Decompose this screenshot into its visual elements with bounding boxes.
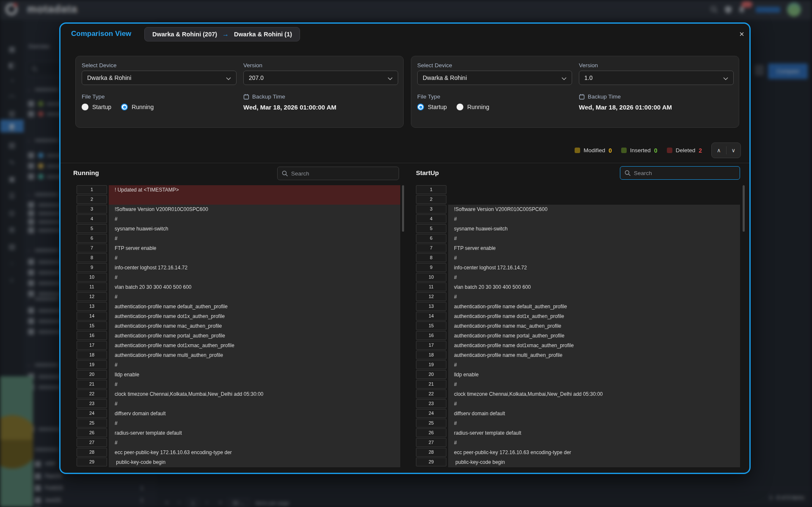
line-number: 19 — [416, 360, 446, 369]
running-radio-label: Running — [132, 104, 154, 110]
line-number: 7 — [77, 244, 107, 252]
line-number: 20 — [416, 370, 446, 379]
diff-line — [109, 195, 400, 205]
diff-line: radius-server template default — [109, 428, 400, 438]
running-radio[interactable] — [457, 104, 463, 110]
diff-line: FTP server enable — [109, 244, 400, 253]
running-diff-lines: ! Updated at <TIMESTAMP>!Software Versio… — [109, 185, 400, 467]
line-number: 3 — [416, 205, 446, 214]
diff-line: # — [109, 253, 400, 263]
line-number: 25 — [416, 419, 446, 428]
diff-line: # — [448, 438, 740, 448]
diff-line: clock timezone Chennai,Kolkata,Mumbai,Ne… — [109, 389, 400, 399]
line-number: 2 — [416, 195, 446, 204]
diff-line: authentication-profile name dot1xmac_aut… — [448, 341, 740, 351]
device-label: Select Device — [82, 62, 117, 69]
diff-line: public-key-code begin — [448, 458, 740, 467]
line-number: 28 — [416, 448, 446, 457]
diff-line: vlan batch 20 30 300 400 500 600 — [448, 282, 740, 292]
legend-modified: Modified 0 — [575, 147, 612, 154]
diff-line: authentication-profile name portal_authe… — [109, 331, 400, 341]
device-select[interactable]: Dwarka & Rohini — [417, 71, 572, 85]
line-number: 29 — [77, 458, 107, 466]
line-number: 28 — [77, 448, 107, 457]
line-number: 27 — [77, 438, 107, 447]
line-number: 4 — [77, 214, 107, 223]
diff-line: sysname huawei-switch — [109, 224, 400, 234]
modified-count: 0 — [608, 147, 612, 154]
line-number: 17 — [77, 341, 107, 350]
legend-deleted: Deleted 2 — [667, 147, 702, 154]
file-type-label: File Type — [82, 93, 105, 100]
line-number: 23 — [416, 399, 446, 408]
device-select[interactable]: Dwarka & Rohini — [82, 71, 237, 85]
line-number: 8 — [77, 253, 107, 262]
line-number: 16 — [416, 331, 446, 340]
line-number: 12 — [416, 292, 446, 301]
startup-search-input[interactable] — [634, 170, 735, 176]
diff-line: # — [448, 273, 740, 282]
line-number: 18 — [77, 351, 107, 359]
line-number: 27 — [416, 438, 446, 447]
line-number: 15 — [77, 321, 107, 330]
breadcrumb: Dwarka & Rohini (207) → Dwarka & Rohini … — [144, 27, 300, 41]
version-select[interactable]: 207.0 — [243, 71, 398, 85]
next-diff-button[interactable]: ∨ — [727, 143, 741, 158]
diff-line: authentication-profile name dot1xmac_aut… — [109, 341, 400, 351]
diff-line: # — [109, 273, 400, 282]
startup-radio[interactable] — [82, 104, 88, 110]
running-search — [277, 167, 399, 180]
line-number: 20 — [77, 370, 107, 379]
startup-diff-lines: !Software Version V200R010C00SPC600#sysn… — [448, 185, 740, 467]
line-number: 3 — [77, 205, 107, 214]
startup-radio-label: Startup — [428, 104, 447, 110]
running-pane-title: Running — [73, 169, 99, 176]
deleted-swatch — [667, 148, 672, 153]
line-number: 26 — [416, 428, 446, 437]
startup-radio-label: Startup — [92, 104, 111, 110]
diff-line: # — [109, 380, 400, 389]
startup-radio[interactable] — [417, 104, 424, 110]
chevron-down-icon — [562, 77, 567, 80]
line-number: 6 — [77, 234, 107, 243]
diff-line: info-center loghost 172.16.14.72 — [109, 263, 400, 273]
diff-line: # — [109, 399, 400, 409]
startup-line-gutter: 1234567891011121314151617181920212223242… — [416, 185, 446, 467]
running-radio[interactable] — [121, 104, 128, 110]
diff-line: authentication-profile name multi_authen… — [109, 351, 400, 360]
line-number: 10 — [416, 273, 446, 282]
right-config-panel: Select Device Dwarka & Rohini Version 1.… — [411, 56, 739, 128]
diff-line: public-key-code begin — [109, 458, 400, 467]
line-number: 16 — [77, 331, 107, 340]
line-number: 11 — [77, 282, 107, 291]
diff-line: authentication-profile name default_auth… — [448, 302, 740, 312]
diff-line: authentication-profile name dot1x_authen… — [109, 312, 400, 321]
line-number: 5 — [77, 224, 107, 233]
prev-diff-button[interactable]: ∧ — [712, 143, 726, 158]
chevron-down-icon — [388, 77, 393, 80]
chevron-down-icon — [226, 77, 231, 80]
line-number: 8 — [416, 253, 446, 262]
version-label: Version — [579, 62, 598, 69]
line-number: 21 — [416, 380, 446, 389]
diff-line: vlan batch 20 30 300 400 500 600 — [109, 282, 400, 292]
diff-line: FTP server enable — [448, 244, 740, 253]
diff-line: authentication-profile name multi_authen… — [448, 351, 740, 360]
diff-line: # — [448, 380, 740, 389]
calendar-icon — [579, 94, 585, 100]
line-number: 14 — [77, 312, 107, 321]
backup-time-label: Backup Time — [588, 93, 621, 100]
running-search-input[interactable] — [291, 170, 394, 177]
version-select[interactable]: 1.0 — [579, 71, 734, 85]
running-scrollbar[interactable] — [402, 185, 404, 232]
diff-line: # — [109, 360, 400, 370]
diff-line: sysname huawei-switch — [448, 224, 740, 234]
diff-line: # — [109, 292, 400, 302]
diff-line: # — [109, 214, 400, 224]
close-icon[interactable]: ✕ — [737, 29, 747, 39]
backup-time-value: Wed, Mar 18, 2026 01:00:00 AM — [243, 104, 336, 111]
breadcrumb-target: Dwarka & Rohini (1) — [234, 31, 292, 38]
calendar-icon — [243, 94, 249, 100]
startup-scrollbar[interactable] — [743, 185, 745, 232]
diff-line: radius-server template default — [448, 428, 740, 438]
